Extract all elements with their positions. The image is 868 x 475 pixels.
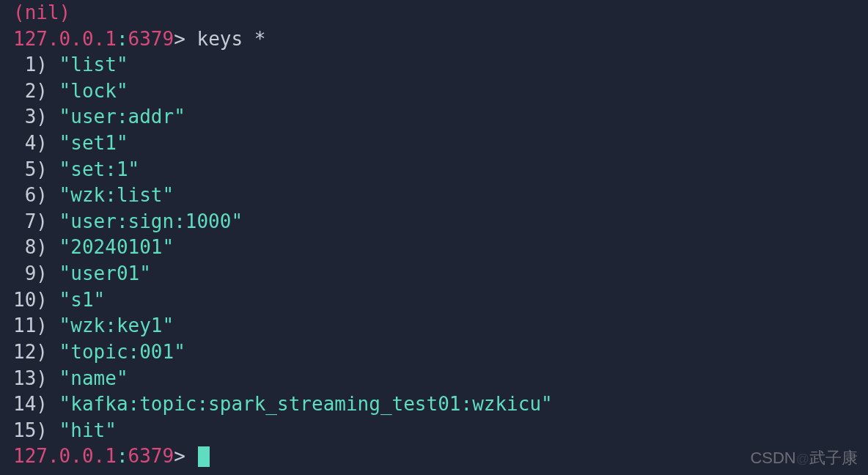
watermark-at: @ xyxy=(796,452,809,466)
paren: ) xyxy=(36,54,59,76)
paren: ) xyxy=(36,132,59,154)
prompt-colon: : xyxy=(117,28,128,50)
watermark-author: 武子康 xyxy=(809,449,858,467)
paren: ) xyxy=(36,262,59,284)
paren: ) xyxy=(36,80,59,102)
prompt-colon: : xyxy=(117,445,128,467)
result-line: 11) "wzk:key1" xyxy=(13,313,855,339)
paren: ) xyxy=(36,289,59,311)
result-index: 7 xyxy=(13,209,36,235)
paren: ) xyxy=(36,158,59,180)
prompt-arrow: > xyxy=(174,445,185,467)
result-line: 4) "set1" xyxy=(13,130,855,157)
result-line: 14) "kafka:topic:spark_streaming_test01:… xyxy=(13,391,855,418)
result-value: "wzk:key1" xyxy=(59,314,174,336)
result-line: 8) "20240101" xyxy=(13,235,855,261)
paren: ) xyxy=(36,341,59,363)
result-value: "list" xyxy=(59,54,128,76)
paren: ) xyxy=(36,314,59,336)
result-line: 12) "topic:001" xyxy=(13,339,855,366)
result-index: 15 xyxy=(13,418,36,444)
prompt-line[interactable]: 127.0.0.1:6379> keys * xyxy=(13,26,855,53)
result-index: 3 xyxy=(13,104,36,130)
result-index: 10 xyxy=(13,287,36,314)
command-text: keys * xyxy=(196,28,265,50)
result-line: 9) "user01" xyxy=(13,261,855,287)
prompt-port: 6379 xyxy=(128,28,174,50)
result-line: 6) "wzk:list" xyxy=(13,183,855,209)
prompt-host: 127.0.0.1 xyxy=(13,445,117,467)
result-index: 14 xyxy=(13,391,36,418)
paren: ) xyxy=(36,393,59,415)
result-value: "lock" xyxy=(59,80,128,102)
result-index: 12 xyxy=(13,339,36,366)
prompt-port: 6379 xyxy=(128,445,174,467)
paren: ) xyxy=(36,236,59,258)
result-value: "user01" xyxy=(59,262,151,284)
result-line: 10) "s1" xyxy=(13,287,855,314)
result-value: "s1" xyxy=(59,289,106,311)
terminal-output: (nil) 127.0.0.1:6379> keys * 1) "list"2)… xyxy=(13,0,855,470)
result-index: 4 xyxy=(13,130,36,157)
result-value: "set1" xyxy=(59,132,128,154)
cursor xyxy=(198,446,210,468)
result-line: 13) "name" xyxy=(13,366,855,392)
result-value: "wzk:list" xyxy=(59,184,174,206)
result-index: 9 xyxy=(13,261,36,287)
result-value: "kafka:topic:spark_streaming_test01:wzki… xyxy=(59,393,553,415)
prompt-arrow: > xyxy=(174,28,185,50)
result-index: 13 xyxy=(13,366,36,392)
paren: ) xyxy=(36,210,59,232)
result-index: 8 xyxy=(13,235,36,261)
result-value: "topic:001" xyxy=(59,341,185,363)
result-line: 2) "lock" xyxy=(13,78,855,105)
result-value: "set:1" xyxy=(59,158,140,180)
result-line: 7) "user:sign:1000" xyxy=(13,209,855,235)
result-line: 1) "list" xyxy=(13,52,855,78)
prompt-host: 127.0.0.1 xyxy=(13,28,117,50)
result-value: "user:addr" xyxy=(59,106,185,128)
watermark: CSDN@武子康 xyxy=(750,447,858,469)
result-index: 5 xyxy=(13,157,36,183)
paren: ) xyxy=(36,367,59,389)
paren: ) xyxy=(36,106,59,128)
result-index: 11 xyxy=(13,313,36,339)
nil-output: (nil) xyxy=(13,1,70,23)
result-value: "name" xyxy=(59,367,128,389)
prev-output-line: (nil) xyxy=(13,0,855,26)
result-value: "hit" xyxy=(59,419,117,441)
result-index: 1 xyxy=(13,52,36,78)
paren: ) xyxy=(36,419,59,441)
watermark-site: CSDN xyxy=(750,449,795,467)
paren: ) xyxy=(36,184,59,206)
result-line: 5) "set:1" xyxy=(13,157,855,183)
result-value: "20240101" xyxy=(59,236,174,258)
result-index: 2 xyxy=(13,78,36,105)
result-index: 6 xyxy=(13,183,36,209)
prompt-line-current[interactable]: 127.0.0.1:6379> xyxy=(13,443,855,470)
result-value: "user:sign:1000" xyxy=(59,210,243,232)
result-line: 15) "hit" xyxy=(13,418,855,444)
result-line: 3) "user:addr" xyxy=(13,104,855,130)
results-list: 1) "list"2) "lock"3) "user:addr"4) "set1… xyxy=(13,52,855,443)
